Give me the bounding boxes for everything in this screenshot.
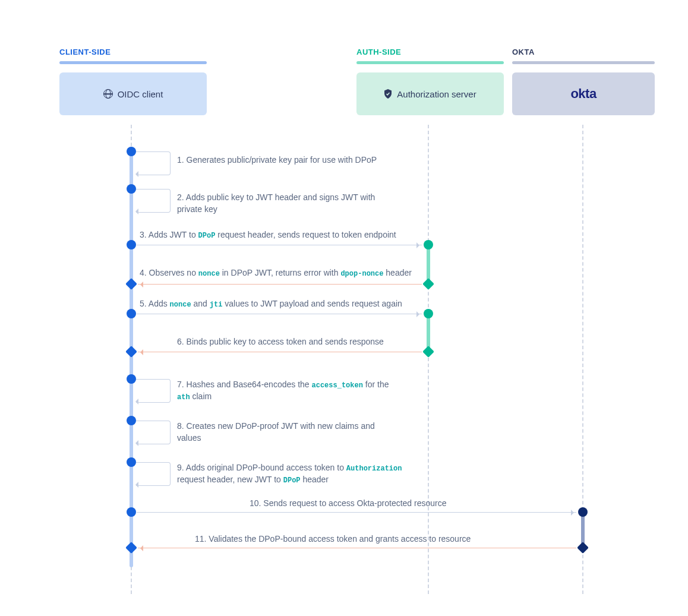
s4c1: nonce: [198, 270, 220, 278]
s9c2: DPoP: [283, 476, 301, 485]
node-s8: [127, 416, 136, 425]
okta-logo-text: okta: [570, 86, 596, 102]
node-s11-from: [577, 542, 589, 554]
arrow-s5: [137, 314, 422, 314]
s7a: 7. Hashes and Base64-encodes the: [177, 380, 312, 389]
sequence-diagram: CLIENT-SIDE OIDC client AUTH-SIDE Author…: [59, 48, 652, 592]
step-3-a: 3. Adds JWT to: [140, 230, 198, 239]
okta-label: OKTA: [512, 48, 655, 56]
node-s3-to: [424, 240, 433, 249]
node-s5-to: [424, 309, 433, 318]
node-s4-to: [125, 278, 137, 290]
globe-icon: [103, 89, 113, 99]
arrow-s10: [137, 512, 576, 513]
step-10: 10. Sends request to access Okta-protect…: [250, 498, 511, 510]
s9b: request header, new JWT to: [177, 475, 283, 484]
step-4: 4. Observes no nonce in DPoP JWT, return…: [140, 267, 437, 279]
client-label: CLIENT-SIDE: [59, 48, 207, 56]
okta-box: okta: [512, 72, 655, 115]
client-box-text: OIDC client: [118, 89, 163, 99]
node-s1: [127, 147, 136, 156]
s5a: 5. Adds: [140, 299, 170, 308]
node-s2: [127, 184, 136, 194]
node-s7: [127, 374, 136, 384]
node-s6-to: [125, 346, 137, 358]
diagram-container: CLIENT-SIDE OIDC client AUTH-SIDE Author…: [12, 12, 688, 616]
arrow-s11: [138, 548, 576, 548]
s7b: for the: [363, 380, 389, 389]
auth-box: Authorization server: [356, 72, 504, 115]
loop-s2: [136, 189, 171, 213]
loop-s8: [136, 421, 171, 444]
lifeline-auth: [428, 125, 429, 594]
s4b: in DPoP JWT, returns error with: [220, 268, 341, 277]
node-s4-from: [422, 278, 434, 290]
step-6: 6. Binds public key to access token and …: [177, 336, 438, 348]
node-s10-to: [578, 507, 588, 517]
node-s9: [127, 457, 136, 467]
s7c2: ath: [177, 393, 190, 402]
node-s11-to: [125, 542, 137, 554]
s7c1: access_token: [312, 381, 363, 390]
s4c2: dpop-nonce: [340, 270, 383, 278]
s4d: header: [383, 268, 411, 277]
step-1: 1. Generates public/private key pair for…: [177, 154, 438, 166]
column-auth: AUTH-SIDE Authorization server: [356, 48, 504, 115]
step-3: 3. Adds JWT to DPoP request header, send…: [140, 229, 437, 241]
s5b: and: [191, 299, 210, 308]
step-3-code: DPoP: [198, 232, 216, 240]
node-s3-from: [127, 240, 136, 249]
okta-bar: [512, 61, 655, 64]
step-11: 11. Validates the DPoP-bound access toke…: [195, 533, 528, 545]
loop-s7: [136, 379, 171, 403]
step-9: 9. Adds original DPoP-bound access token…: [177, 462, 415, 486]
column-client: CLIENT-SIDE OIDC client: [59, 48, 207, 115]
auth-label: AUTH-SIDE: [356, 48, 504, 56]
s5c1: nonce: [170, 301, 191, 309]
node-s10-from: [127, 507, 136, 517]
client-bar: [59, 61, 207, 64]
auth-bar: [356, 61, 504, 64]
step-7: 7. Hashes and Base64-encodes the access_…: [177, 379, 391, 403]
node-s5-from: [127, 309, 136, 318]
s5c2: jti: [210, 301, 223, 309]
column-okta: OKTA okta: [512, 48, 655, 115]
loop-s9: [136, 462, 171, 486]
arrow-s6: [138, 352, 422, 352]
s4a: 4. Observes no: [140, 268, 198, 277]
auth-box-text: Authorization server: [397, 89, 476, 99]
s5d: values to JWT payload and sends request …: [222, 299, 402, 308]
s7d: claim: [190, 391, 212, 401]
arrow-s3: [137, 245, 422, 245]
s9d: header: [301, 475, 329, 484]
s9a: 9. Adds original DPoP-bound access token…: [177, 463, 346, 472]
step-3-b: request header, sends request to token e…: [215, 230, 396, 239]
arrow-s4: [138, 284, 422, 285]
loop-s1: [136, 151, 171, 175]
step-8: 8. Creates new DPoP-proof JWT with new c…: [177, 421, 391, 444]
s9c1: Authorization: [346, 465, 402, 473]
step-5: 5. Adds nonce and jti values to JWT payl…: [140, 298, 437, 310]
shield-icon: [384, 89, 392, 99]
step-2: 2. Adds public key to JWT header and sig…: [177, 192, 391, 215]
client-box: OIDC client: [59, 72, 207, 115]
